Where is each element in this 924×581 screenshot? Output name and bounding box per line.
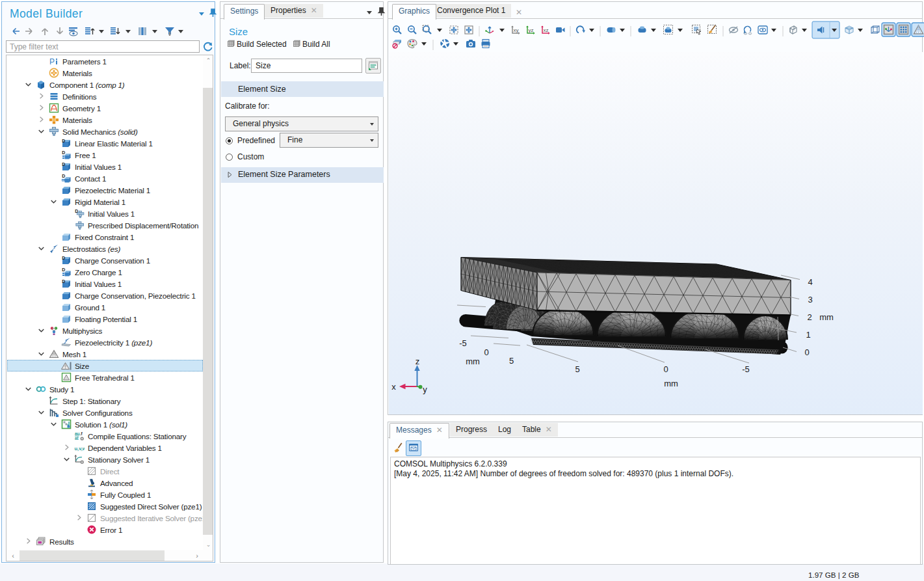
svg-text:5: 5: [509, 356, 514, 366]
svg-text:5: 5: [575, 364, 579, 374]
svg-text:y: y: [423, 385, 427, 394]
svg-text:mm: mm: [466, 357, 480, 366]
svg-text:mm: mm: [819, 312, 834, 322]
svg-text:0: 0: [663, 364, 668, 374]
svg-text:4: 4: [808, 277, 812, 287]
svg-text:-5: -5: [459, 338, 467, 348]
svg-text:0: 0: [484, 347, 488, 357]
svg-text:3: 3: [808, 295, 812, 304]
svg-text:z: z: [416, 357, 420, 366]
svg-text:-5: -5: [742, 364, 750, 374]
svg-text:1: 1: [806, 330, 810, 340]
svg-text:x: x: [391, 382, 396, 392]
svg-text:mm: mm: [664, 379, 678, 388]
svg-text:0: 0: [804, 347, 809, 357]
svg-text:2: 2: [807, 312, 812, 322]
